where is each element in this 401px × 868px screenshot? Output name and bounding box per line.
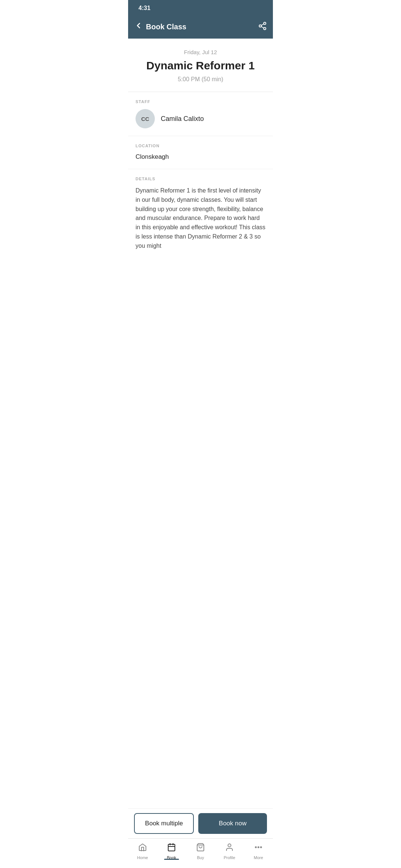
svg-point-10 [228,844,231,847]
class-name: Dynamic Reformer 1 [136,59,265,72]
location-value: Clonskeagh [136,153,265,169]
class-time: 5:00 PM (50 min) [136,76,265,83]
top-nav: Book Class [128,16,273,39]
svg-point-13 [261,846,262,848]
nav-left: Book Class [134,21,186,32]
location-label: LOCATION [136,144,265,148]
back-button[interactable] [134,21,143,32]
status-time: 4:31 [138,5,150,11]
details-text: Dynamic Reformer 1 is the first level of… [136,186,265,299]
tab-book[interactable]: Book [157,843,186,860]
staff-avatar: CC [136,109,155,128]
book-icon [167,843,176,854]
buy-label: Buy [197,855,204,860]
profile-icon [225,843,234,854]
home-icon [138,843,147,854]
more-label: More [254,855,263,860]
staff-row: CC Camila Calixto [136,109,265,136]
status-bar: 4:31 [128,0,273,16]
svg-point-12 [258,846,259,848]
svg-point-11 [255,846,257,848]
buy-icon [196,843,205,854]
book-multiple-button[interactable]: Book multiple [134,813,194,834]
details-section: DETAILS Dynamic Reformer 1 is the first … [128,169,273,299]
tab-bar: Home Book Buy [128,838,273,868]
tab-home[interactable]: Home [128,843,157,860]
class-header: Friday, Jul 12 Dynamic Reformer 1 5:00 P… [128,39,273,92]
tab-more[interactable]: More [244,843,273,860]
book-now-button[interactable]: Book now [198,813,267,834]
staff-label: STAFF [136,99,265,104]
more-icon [254,843,263,854]
tab-profile[interactable]: Profile [215,843,244,860]
profile-label: Profile [224,855,235,860]
class-date: Friday, Jul 12 [136,49,265,55]
home-label: Home [137,855,148,860]
svg-line-3 [261,26,264,28]
tab-buy[interactable]: Buy [186,843,215,860]
bottom-buttons: Book multiple Book now [128,808,273,838]
page-title: Book Class [146,23,186,31]
svg-line-4 [261,24,264,25]
share-button[interactable] [258,22,267,32]
details-label: DETAILS [136,177,265,181]
staff-section: STAFF CC Camila Calixto [128,92,273,136]
staff-name: Camila Calixto [161,115,204,123]
svg-rect-5 [168,844,175,851]
location-section: LOCATION Clonskeagh [128,136,273,169]
